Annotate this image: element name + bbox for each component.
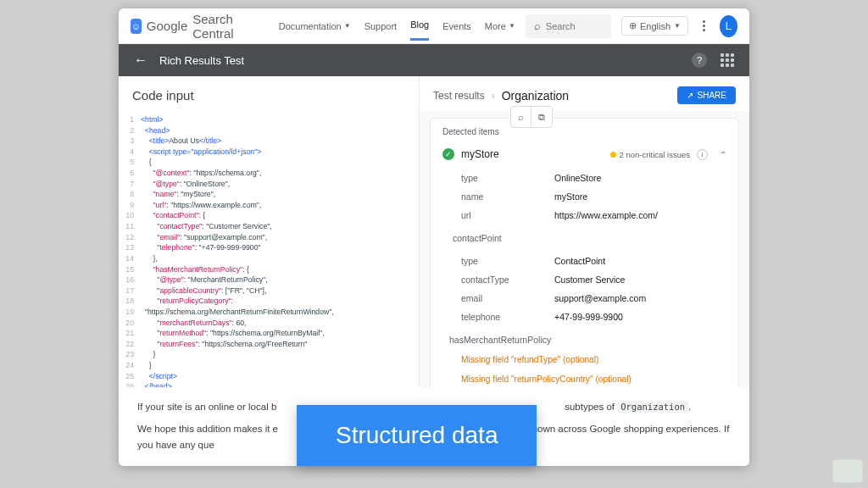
chevron-down-icon: ▼ [509,22,515,30]
code-line: 9 "url": "https://www.example.com", [119,200,419,211]
browser-window: ☺ Google Search Central Documentation▼ S… [119,8,749,466]
language-label: English [640,21,670,31]
code-line: 23 } [119,349,419,360]
tool-header: ← Rich Results Test ? [119,44,749,76]
code-line: 13 "telephone": "+47-99-999-9900" [119,242,419,253]
code-line: 22 "returnFees": "https://schema.org/Fre… [119,339,419,350]
item-name: myStore [461,148,499,160]
breadcrumb-root[interactable]: Test results [433,90,485,102]
missing-field-warning: Missing field "returnPolicyCountry" (opt… [431,369,738,387]
brand[interactable]: ☺ Google Search Central [131,12,253,41]
code-line: 6 "@context": "https://schema.org", [119,168,419,179]
copy-icon[interactable]: ⧉ [531,107,552,127]
issues-text: 2 non-critical issues [620,150,690,159]
nav-more[interactable]: More▼ [485,11,515,41]
missing-field-warning: Missing field "refundType" (optional) [431,350,738,369]
code-line: 15 "hasMerchantReturnPolicy": { [119,264,419,275]
breadcrumb-current: Organization [502,89,569,103]
properties-table: typeOnlineStorenamemyStoreurlhttps://www… [431,165,738,228]
property-row: contactTypeCustomer Service [431,270,738,289]
code-line: 7 "@type": "OnlineStore", [119,179,419,190]
search-input[interactable] [546,21,603,31]
code-line: 3 <title>About Us</title> [119,136,419,147]
code-line: 17 "applicableCountry": ["FR", "CH"], [119,286,419,297]
chevron-down-icon: ▼ [674,22,681,30]
code-line: 24 } [119,360,419,371]
results-pane: Test results › Organization ↗ SHARE Dete… [420,76,749,387]
info-icon[interactable]: i [697,149,708,160]
check-circle-icon: ✓ [442,148,454,160]
code-line: 4 <script type="application/ld+json"> [119,147,419,158]
nav-blog[interactable]: Blog [410,11,429,41]
property-row: typeOnlineStore [431,169,738,187]
main-content: Code input 1<html>2 <head>3 <title>About… [119,76,749,387]
issues-badge: 2 non-critical issues [610,150,690,159]
share-icon: ↗ [687,91,693,100]
detected-items-card: Detected items ✓ myStore 2 non-critical … [430,118,739,387]
footer-text-1a: If your site is an online or local b [137,402,276,412]
code-line: 2 <head> [119,125,419,136]
contact-properties: typeContactPointcontactTypeCustomer Serv… [431,248,738,330]
tool-title: Rich Results Test [159,54,244,67]
brand-google: Google [147,19,187,33]
share-button[interactable]: ↗ SHARE [677,86,736,104]
property-row: emailsupport@example.com [431,289,738,308]
avatar[interactable]: L [720,15,737,37]
back-arrow-icon[interactable]: ← [134,53,147,68]
results-header: Test results › Organization ↗ SHARE [420,76,749,111]
detected-items-label: Detected items [431,127,738,143]
chevron-down-icon: ▼ [344,22,351,30]
code-line: 18 "returnPolicyCategory": [119,296,419,307]
brand-icon: ☺ [131,19,142,34]
chevron-right-icon: › [492,90,495,102]
code-input-title: Code input [119,76,419,111]
code-line: 20 "merchantReturnDays": 60, [119,318,419,329]
language-selector[interactable]: ⊕ English ▼ [621,16,688,36]
property-row: telephone+47-99-999-9900 [431,308,738,326]
vertical-dots-icon[interactable] [698,19,709,33]
top-nav: ☺ Google Search Central Documentation▼ S… [119,8,749,44]
code-line: 5 { [119,157,419,168]
robot-icon [832,459,863,483]
nav-support[interactable]: Support [364,11,398,41]
overlay-banner: Structured data [297,405,537,466]
code-organization: Organization [617,401,688,413]
code-line: 21 "returnMethod": "https://schema.org/R… [119,328,419,339]
nav-events[interactable]: Events [442,11,471,41]
detected-item-row[interactable]: ✓ myStore 2 non-critical issues i ⌃ [431,143,738,165]
property-row: urlhttps://www.example.com/ [431,206,738,225]
code-line: 26 </head> [119,381,419,387]
code-line: 19 "https://schema.org/MerchantReturnFin… [119,307,419,318]
code-line: 16 "@type": "MerchantReturnPolicy", [119,274,419,286]
section-return: hasMerchantReturnPolicy [431,330,738,350]
code-input-pane: Code input 1<html>2 <head>3 <title>About… [119,76,420,387]
share-label: SHARE [698,91,726,100]
brand-search-central: Search Central [192,12,253,41]
section-contact: contactPoint [431,228,738,248]
search-code-icon[interactable]: ⌕ [511,107,531,127]
code-line: 10 "contactPoint": { [119,210,419,221]
code-editor[interactable]: 1<html>2 <head>3 <title>About Us</title>… [119,111,419,387]
apps-grid-icon[interactable] [721,53,734,67]
code-line: 11 "contactType": "Customer Service", [119,221,419,232]
code-line: 14 }, [119,253,419,264]
globe-icon: ⊕ [629,20,637,31]
code-line: 1<html> [119,114,419,125]
warning-dot-icon [610,152,616,158]
code-toolbar: ⌕ ⧉ [510,106,553,128]
nav-documentation[interactable]: Documentation▼ [279,11,351,41]
help-icon[interactable]: ? [692,53,707,68]
nav-menu: Documentation▼ Support Blog Events More▼ [279,11,515,41]
property-row: namemyStore [431,187,738,206]
search-box[interactable]: ⌕ [526,14,611,38]
chevron-up-icon[interactable]: ⌃ [720,150,726,159]
code-line: 8 "name": "myStore", [119,189,419,200]
footer-text-2a: We hope this addition makes it e [137,424,278,434]
code-line: 12 "email": "support@example.com", [119,232,419,243]
property-row: typeContactPoint [431,252,738,270]
footer-text-1b: subtypes of [565,402,617,412]
code-line: 25 </script> [119,371,419,382]
search-icon: ⌕ [534,19,541,32]
